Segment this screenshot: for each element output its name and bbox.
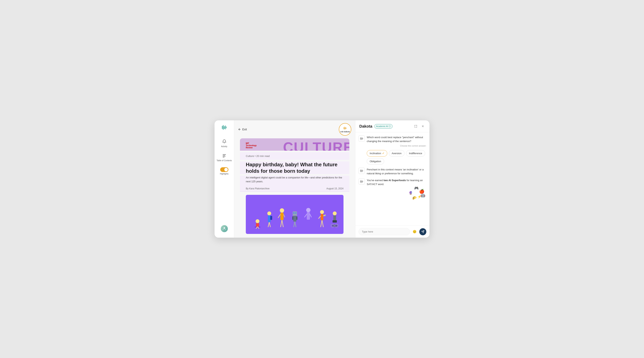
svg-rect-78 — [362, 180, 362, 183]
svg-rect-60 — [417, 125, 417, 126]
reward-content: You've earned two AI Superfoods for lear… — [367, 178, 426, 202]
reward-emojis: 🎮 🍎 🤖 🌮 ⚡ 🔮 — [367, 186, 426, 202]
article-meta: Culture • 20 min read — [240, 152, 349, 160]
svg-rect-35 — [293, 216, 296, 222]
svg-rect-70 — [360, 170, 361, 172]
chat-input-area: 🙂 — [356, 226, 430, 238]
toc-label: Table of Contents — [217, 160, 232, 162]
svg-rect-5 — [222, 154, 226, 155]
question-message: Which word could best replace "penchant"… — [358, 136, 426, 164]
svg-rect-75 — [360, 180, 361, 182]
svg-rect-3 — [225, 126, 226, 129]
svg-rect-62 — [414, 126, 415, 128]
emoji-6: 🔮 — [409, 191, 413, 195]
svg-point-34 — [295, 212, 296, 214]
send-button[interactable] — [419, 228, 426, 235]
svg-rect-67 — [362, 138, 362, 140]
article-body: 2040 While you are young, Chergosky says… — [240, 237, 349, 238]
main-content: Exit Ask Dakota MIT Technology — [234, 120, 355, 238]
hero-illustration — [246, 195, 344, 234]
ask-dakota-label: Ask Dakota — [340, 131, 350, 133]
svg-rect-69 — [363, 138, 363, 139]
svg-point-44 — [320, 210, 324, 214]
highlights-label: Highlights — [220, 173, 228, 175]
svg-point-26 — [280, 208, 284, 212]
svg-rect-12 — [345, 128, 345, 129]
top-bar: Exit Ask Dakota — [234, 120, 355, 138]
sidebar-item-activity[interactable]: Activity — [214, 136, 234, 150]
sidebar-item-highlights[interactable]: Highlights — [214, 165, 234, 178]
explanation-text: Penchant in this context means 'an incli… — [367, 168, 426, 175]
choice-aversion[interactable]: Aversion — [389, 150, 404, 156]
dakota-title-area: Dakota Academic AI ⓘ — [359, 124, 392, 128]
panel-header-actions — [413, 124, 426, 129]
chat-area: Which word could best replace "penchant"… — [356, 132, 430, 226]
arrow-left-icon — [238, 128, 241, 131]
dakota-mini-logo-icon — [360, 136, 364, 140]
section-title: CULTURE — [283, 140, 349, 151]
reward-bold: two AI Superfoods — [384, 179, 406, 182]
svg-rect-7 — [222, 156, 226, 156]
emoji-1: 🎮 — [414, 186, 418, 190]
svg-rect-0 — [222, 126, 222, 129]
bell-icon — [221, 138, 228, 144]
svg-point-17 — [256, 219, 260, 223]
question-container: Which word could best replace "penchant"… — [367, 136, 426, 164]
article-area: MIT Technology Review CULTURE Culture • … — [234, 138, 355, 238]
svg-rect-71 — [361, 170, 361, 172]
choice-indifference[interactable]: Indifference — [406, 150, 425, 156]
choice-obligation-label: Obligation — [370, 160, 381, 163]
dakota-avatar-icon — [358, 136, 365, 142]
svg-rect-25 — [270, 216, 272, 220]
choice-inclination-label: Inclination — [370, 152, 381, 155]
svg-rect-79 — [363, 181, 363, 182]
chat-input[interactable] — [358, 228, 410, 235]
svg-rect-37 — [296, 216, 298, 220]
svg-point-33 — [293, 212, 294, 214]
ask-dakota-button[interactable]: Ask Dakota — [339, 123, 351, 136]
choice-indifference-label: Indifference — [409, 152, 422, 155]
svg-rect-18 — [256, 223, 259, 227]
badge-info-icon: ⓘ — [389, 125, 391, 128]
choices-row: Inclination Aversion Indifference Obliga… — [367, 150, 426, 164]
article-category-read: Culture • 20 min read — [246, 154, 270, 158]
svg-rect-64 — [417, 126, 417, 128]
svg-rect-2 — [224, 126, 224, 129]
svg-rect-73 — [362, 170, 362, 172]
close-icon — [422, 125, 424, 128]
user-avatar[interactable] — [221, 225, 228, 232]
exit-button[interactable]: Exit — [238, 128, 247, 131]
article-hero-image — [246, 195, 344, 234]
close-button[interactable] — [420, 124, 426, 129]
highlights-toggle[interactable] — [220, 167, 228, 172]
badge-label: Academic AI — [376, 125, 388, 128]
expand-button[interactable] — [413, 124, 418, 129]
reward-message: You've earned two AI Superfoods for lear… — [358, 178, 426, 202]
send-icon — [421, 230, 424, 233]
dakota-panel: Dakota Academic AI ⓘ — [355, 120, 430, 238]
svg-rect-6 — [222, 155, 225, 156]
svg-rect-10 — [344, 127, 344, 129]
sidebar-item-toc[interactable]: Table of Contents — [214, 150, 234, 164]
article-subtitle: An intelligent digital agent could be a … — [240, 176, 349, 186]
choose-label: Choose the correct answer: — [367, 144, 426, 147]
choice-inclination[interactable]: Inclination — [367, 150, 387, 156]
svg-rect-65 — [360, 138, 361, 140]
emoji-4: 🌮 — [412, 196, 416, 200]
article-title: Happy birthday, baby! What the future ho… — [240, 162, 349, 174]
svg-rect-27 — [280, 212, 284, 220]
svg-rect-72 — [362, 170, 362, 172]
emoji-picker-button[interactable]: 🙂 — [412, 229, 417, 234]
svg-point-21 — [267, 212, 271, 215]
svg-rect-54 — [332, 220, 337, 222]
svg-rect-58 — [414, 125, 415, 126]
culture-header: MIT Technology Review CULTURE — [240, 138, 349, 151]
choice-obligation[interactable]: Obligation — [367, 158, 384, 164]
reward-prefix: You've earned — [367, 179, 384, 182]
svg-rect-76 — [361, 180, 361, 183]
academic-badge: Academic AI ⓘ — [374, 124, 392, 128]
svg-rect-52 — [333, 215, 336, 221]
article-byline: By Kara Platoniarchive August 15, 2024 — [240, 186, 349, 192]
dakota-mini-logo-icon-3 — [360, 180, 364, 184]
dakota-name: Dakota — [359, 124, 372, 128]
